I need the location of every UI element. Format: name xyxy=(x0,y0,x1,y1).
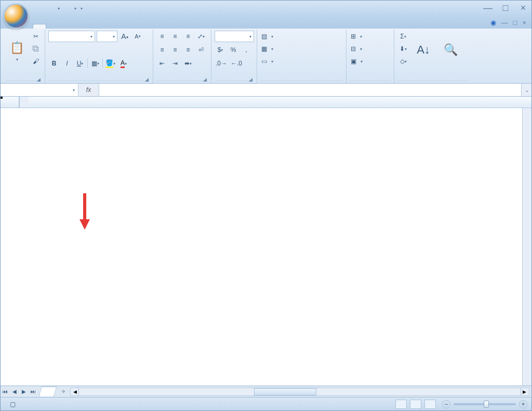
format-painter-button[interactable]: 🖌 xyxy=(30,56,42,67)
select-all-corner[interactable] xyxy=(1,97,19,108)
help-button[interactable]: ◉ xyxy=(490,19,496,26)
paste-button[interactable]: 📋 ▾ xyxy=(6,31,28,70)
sheet-tab-sheet1[interactable] xyxy=(38,387,57,396)
clear[interactable]: ◇▾ xyxy=(397,56,409,67)
doc-close[interactable]: × xyxy=(522,19,526,26)
italic-button[interactable]: I xyxy=(61,58,73,69)
merge-center[interactable]: ⬌▾ xyxy=(182,58,194,69)
increase-font-button[interactable]: A▴ xyxy=(119,31,130,42)
format-as-table[interactable]: ▦▾ xyxy=(260,43,312,55)
number-format-combo[interactable]: ▾ xyxy=(215,31,254,42)
copy-icon: ⿻ xyxy=(33,45,39,52)
qat-customize[interactable]: ▾ xyxy=(81,6,83,11)
underline-button[interactable]: U▾ xyxy=(74,58,86,69)
minimize-button[interactable]: — xyxy=(483,3,493,14)
bold-button[interactable]: B xyxy=(48,58,60,69)
tab-formulas[interactable] xyxy=(74,24,87,29)
align-center[interactable]: ≡ xyxy=(169,44,181,56)
font-name-combo[interactable]: ▾ xyxy=(48,31,95,42)
format-icon: ▣ xyxy=(351,58,356,65)
decrease-decimal[interactable]: ←.0 xyxy=(230,58,243,69)
zoom-out[interactable]: − xyxy=(442,400,450,408)
view-page-break[interactable] xyxy=(424,400,436,409)
fill[interactable]: ⬇▾ xyxy=(397,43,409,55)
name-box[interactable]: ▾ xyxy=(1,84,78,96)
sheet-nav-next[interactable]: ▶ xyxy=(19,387,29,396)
undo-dropdown[interactable]: ▾ xyxy=(58,6,60,11)
qat-undo[interactable] xyxy=(45,3,56,14)
clipboard-dialog[interactable]: ◢ xyxy=(37,77,41,82)
sort-filter[interactable]: A↓ xyxy=(411,31,436,70)
worksheet-grid[interactable] xyxy=(1,97,531,386)
group-editing: Σ▾ ⬇▾ ◇▾ A↓ 🔍 xyxy=(394,30,472,83)
tab-insert[interactable] xyxy=(47,24,60,29)
view-normal[interactable] xyxy=(395,400,407,409)
macro-record-icon[interactable]: ▢ xyxy=(10,401,16,408)
group-number: ▾ $▾ % , .0→ ←.0 ◢ xyxy=(211,30,257,83)
fill-color-button[interactable]: 🪣▾ xyxy=(104,58,116,69)
group-cells: ⊞▾ ⊟▾ ▣▾ xyxy=(347,30,394,83)
copy-button[interactable]: ⿻ xyxy=(30,43,42,55)
tab-page-layout[interactable] xyxy=(61,24,73,29)
sheet-tab-bar: ⏮ ◀ ▶ ⏭ ✧ ◀▶ xyxy=(1,386,531,397)
format-cells[interactable]: ▣▾ xyxy=(350,56,391,67)
tab-data[interactable] xyxy=(88,24,100,29)
comma-format[interactable]: , xyxy=(241,44,252,56)
align-middle[interactable]: ≡ xyxy=(169,31,181,42)
conditional-formatting[interactable]: ▤▾ xyxy=(260,31,312,42)
tab-review[interactable] xyxy=(101,24,114,29)
wrap-text[interactable]: ⏎ xyxy=(195,44,207,56)
cell-styles[interactable]: ▭▾ xyxy=(260,56,312,67)
column-headers xyxy=(1,97,531,108)
increase-indent[interactable]: ⇥ xyxy=(169,58,181,69)
decrease-font-button[interactable]: A▾ xyxy=(132,31,143,42)
font-dialog[interactable]: ◢ xyxy=(145,77,149,82)
font-color-button[interactable]: A▾ xyxy=(118,58,129,69)
tab-home[interactable] xyxy=(33,24,46,29)
accounting-format[interactable]: $▾ xyxy=(215,44,226,56)
formula-input[interactable] xyxy=(99,84,521,96)
sheet-nav-prev[interactable]: ◀ xyxy=(10,387,19,396)
excel-window: ▾ ▾ ▾ — □ × ◉ — □ × xyxy=(0,0,532,411)
find-select[interactable]: 🔍 xyxy=(438,31,463,70)
vertical-scrollbar-track[interactable] xyxy=(19,97,29,108)
tab-developer[interactable] xyxy=(128,24,141,29)
vertical-scrollbar[interactable] xyxy=(522,108,531,386)
cut-button[interactable]: ✂ xyxy=(30,31,42,42)
border-button[interactable]: ▦▾ xyxy=(89,58,101,69)
orientation[interactable]: ⤢▾ xyxy=(195,31,207,42)
delete-cells[interactable]: ⊟▾ xyxy=(350,43,391,55)
tab-view[interactable] xyxy=(115,24,127,29)
zoom-in[interactable]: + xyxy=(519,400,527,408)
brush-icon: 🖌 xyxy=(33,58,39,65)
insert-cells[interactable]: ⊞▾ xyxy=(350,31,391,42)
zoom-slider[interactable] xyxy=(454,403,516,405)
office-button[interactable] xyxy=(4,4,29,29)
qat-save[interactable] xyxy=(33,3,43,14)
doc-restore[interactable]: □ xyxy=(513,19,517,26)
autosum[interactable]: Σ▾ xyxy=(397,31,409,42)
expand-formula-bar[interactable]: ⌄ xyxy=(521,84,531,96)
align-top[interactable]: ≡ xyxy=(156,31,168,42)
increase-decimal[interactable]: .0→ xyxy=(215,58,228,69)
qat-redo[interactable] xyxy=(62,3,72,14)
view-page-layout[interactable] xyxy=(410,400,421,409)
title-bar: ▾ ▾ ▾ — □ × xyxy=(1,1,531,16)
close-button[interactable]: × xyxy=(518,3,528,14)
sheet-nav-last[interactable]: ⏭ xyxy=(29,387,38,396)
alignment-dialog[interactable]: ◢ xyxy=(203,77,207,82)
decrease-indent[interactable]: ⇤ xyxy=(156,58,168,69)
align-right[interactable]: ≡ xyxy=(182,44,194,56)
fx-button[interactable]: fx xyxy=(78,84,99,96)
number-dialog[interactable]: ◢ xyxy=(249,77,252,82)
horizontal-scrollbar[interactable]: ◀▶ xyxy=(70,388,529,396)
maximize-button[interactable]: □ xyxy=(500,3,511,14)
new-sheet[interactable]: ✧ xyxy=(59,387,68,396)
percent-format[interactable]: % xyxy=(228,44,239,56)
redo-dropdown[interactable]: ▾ xyxy=(74,6,76,11)
doc-minimize[interactable]: — xyxy=(501,19,508,26)
sheet-nav-first[interactable]: ⏮ xyxy=(1,387,10,396)
font-size-combo[interactable]: ▾ xyxy=(97,31,117,42)
align-left[interactable]: ≡ xyxy=(156,44,168,56)
align-bottom[interactable]: ≡ xyxy=(182,31,194,42)
